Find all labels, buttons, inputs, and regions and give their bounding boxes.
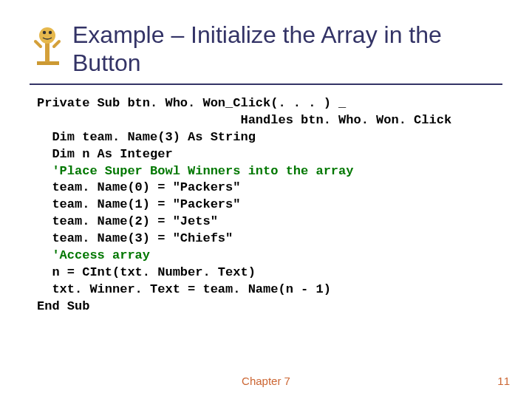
code-line: [37, 164, 52, 178]
code-comment: 'Access array: [52, 248, 150, 262]
code-comment: 'Place Super Bowl Winners into the array: [52, 164, 353, 178]
slide-title: Example – Initialize the Array in the Bu…: [72, 21, 502, 78]
code-line: Handles btn. Who. Won. Click: [37, 113, 451, 127]
code-line: End Sub: [37, 299, 89, 313]
svg-point-2: [43, 31, 46, 34]
code-line: txt. Winner. Text = team. Name(n - 1): [37, 282, 331, 296]
code-line: team. Name(1) = "Packers": [37, 197, 240, 211]
code-line: Dim n As Integer: [37, 147, 173, 161]
code-line: Private Sub btn. Who. Won_Click(. . . ) …: [37, 96, 346, 110]
code-line: Dim team. Name(3) As String: [37, 130, 256, 144]
svg-rect-0: [45, 43, 50, 62]
code-line: n = CInt(txt. Number. Text): [37, 265, 256, 279]
code-line: team. Name(2) = "Jets": [37, 214, 218, 228]
page-number: 11: [497, 375, 510, 387]
chapter-label: Chapter 7: [242, 375, 290, 387]
code-line: team. Name(0) = "Packers": [37, 180, 240, 194]
svg-point-1: [39, 27, 55, 44]
code-line: [37, 248, 52, 262]
bullet-icon: [30, 21, 66, 72]
slide-footer: Chapter 7 11: [0, 375, 532, 387]
code-block: Private Sub btn. Who. Won_Click(. . . ) …: [0, 85, 532, 316]
slide-header: Example – Initialize the Array in the Bu…: [0, 0, 532, 78]
svg-point-3: [49, 31, 52, 34]
code-line: team. Name(3) = "Chiefs": [37, 231, 233, 245]
